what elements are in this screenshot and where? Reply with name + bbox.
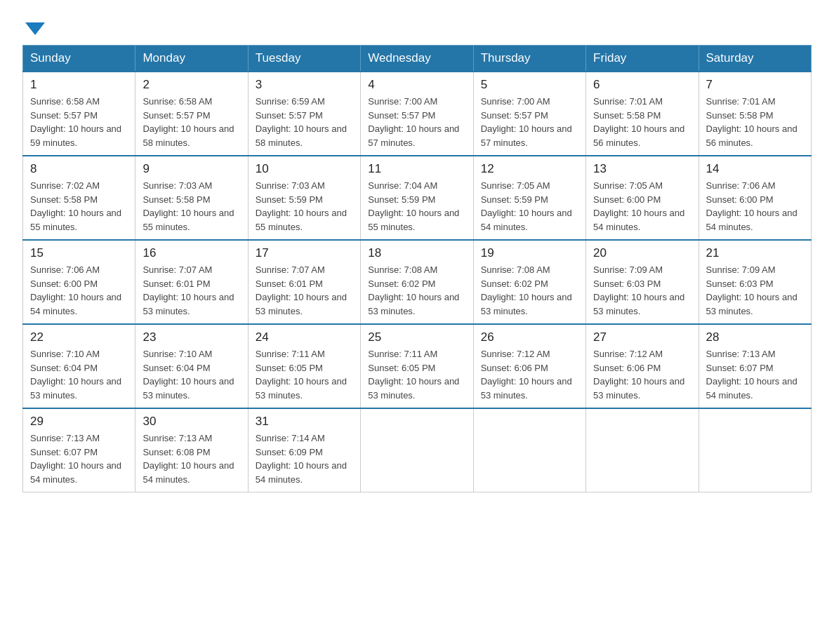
day-info: Sunrise: 7:02 AMSunset: 5:58 PMDaylight:… — [30, 180, 121, 232]
calendar-cell: 1 Sunrise: 6:58 AMSunset: 5:57 PMDayligh… — [23, 72, 135, 156]
day-number: 3 — [256, 78, 353, 92]
week-row-5: 29 Sunrise: 7:13 AMSunset: 6:07 PMDaylig… — [23, 408, 812, 492]
day-number: 17 — [256, 246, 353, 260]
calendar-cell: 15 Sunrise: 7:06 AMSunset: 6:00 PMDaylig… — [23, 240, 135, 324]
day-number: 30 — [143, 415, 240, 429]
day-info: Sunrise: 7:12 AMSunset: 6:06 PMDaylight:… — [593, 349, 684, 401]
calendar-cell: 17 Sunrise: 7:07 AMSunset: 6:01 PMDaylig… — [248, 240, 360, 324]
day-info: Sunrise: 7:12 AMSunset: 6:06 PMDaylight:… — [481, 349, 572, 401]
calendar-header-row: SundayMondayTuesdayWednesdayThursdayFrid… — [23, 46, 812, 72]
day-info: Sunrise: 7:11 AMSunset: 6:05 PMDaylight:… — [256, 349, 347, 401]
col-header-friday: Friday — [586, 46, 699, 72]
day-info: Sunrise: 7:03 AMSunset: 5:58 PMDaylight:… — [143, 180, 234, 232]
day-number: 19 — [481, 246, 578, 260]
day-info: Sunrise: 7:08 AMSunset: 6:02 PMDaylight:… — [481, 264, 572, 316]
calendar-cell: 24 Sunrise: 7:11 AMSunset: 6:05 PMDaylig… — [248, 324, 360, 408]
col-header-monday: Monday — [135, 46, 248, 72]
calendar-cell — [586, 408, 699, 492]
day-info: Sunrise: 7:07 AMSunset: 6:01 PMDaylight:… — [256, 264, 347, 316]
day-number: 6 — [593, 78, 691, 92]
day-number: 1 — [30, 78, 128, 92]
day-info: Sunrise: 7:01 AMSunset: 5:58 PMDaylight:… — [706, 96, 797, 148]
day-number: 8 — [30, 162, 128, 176]
day-info: Sunrise: 7:08 AMSunset: 6:02 PMDaylight:… — [368, 264, 459, 316]
day-info: Sunrise: 6:59 AMSunset: 5:57 PMDaylight:… — [256, 96, 347, 148]
day-number: 5 — [481, 78, 578, 92]
calendar-cell: 28 Sunrise: 7:13 AMSunset: 6:07 PMDaylig… — [699, 324, 811, 408]
calendar-cell: 7 Sunrise: 7:01 AMSunset: 5:58 PMDayligh… — [699, 72, 811, 156]
week-row-4: 22 Sunrise: 7:10 AMSunset: 6:04 PMDaylig… — [23, 324, 812, 408]
col-header-tuesday: Tuesday — [248, 46, 360, 72]
day-info: Sunrise: 7:03 AMSunset: 5:59 PMDaylight:… — [256, 180, 347, 232]
day-number: 7 — [706, 78, 804, 92]
calendar-cell: 23 Sunrise: 7:10 AMSunset: 6:04 PMDaylig… — [135, 324, 248, 408]
calendar-cell: 19 Sunrise: 7:08 AMSunset: 6:02 PMDaylig… — [473, 240, 585, 324]
day-number: 20 — [593, 246, 691, 260]
day-info: Sunrise: 6:58 AMSunset: 5:57 PMDaylight:… — [30, 96, 121, 148]
calendar-cell: 3 Sunrise: 6:59 AMSunset: 5:57 PMDayligh… — [248, 72, 360, 156]
day-number: 2 — [143, 78, 240, 92]
day-info: Sunrise: 7:10 AMSunset: 6:04 PMDaylight:… — [143, 349, 234, 401]
calendar-cell: 18 Sunrise: 7:08 AMSunset: 6:02 PMDaylig… — [361, 240, 473, 324]
day-info: Sunrise: 7:05 AMSunset: 6:00 PMDaylight:… — [593, 180, 684, 232]
day-number: 28 — [706, 330, 804, 344]
calendar-cell: 9 Sunrise: 7:03 AMSunset: 5:58 PMDayligh… — [135, 156, 248, 240]
day-info: Sunrise: 7:06 AMSunset: 6:00 PMDaylight:… — [706, 180, 797, 232]
col-header-sunday: Sunday — [23, 46, 135, 72]
day-info: Sunrise: 7:14 AMSunset: 6:09 PMDaylight:… — [256, 433, 347, 485]
col-header-saturday: Saturday — [699, 46, 811, 72]
day-info: Sunrise: 7:06 AMSunset: 6:00 PMDaylight:… — [30, 264, 121, 316]
calendar-cell — [473, 408, 585, 492]
calendar-cell: 11 Sunrise: 7:04 AMSunset: 5:59 PMDaylig… — [361, 156, 473, 240]
day-info: Sunrise: 7:09 AMSunset: 6:03 PMDaylight:… — [593, 264, 684, 316]
calendar-cell: 4 Sunrise: 7:00 AMSunset: 5:57 PMDayligh… — [361, 72, 473, 156]
week-row-1: 1 Sunrise: 6:58 AMSunset: 5:57 PMDayligh… — [23, 72, 812, 156]
day-info: Sunrise: 7:05 AMSunset: 5:59 PMDaylight:… — [481, 180, 572, 232]
day-info: Sunrise: 7:13 AMSunset: 6:07 PMDaylight:… — [30, 433, 121, 485]
week-row-3: 15 Sunrise: 7:06 AMSunset: 6:00 PMDaylig… — [23, 240, 812, 324]
day-info: Sunrise: 7:04 AMSunset: 5:59 PMDaylight:… — [368, 180, 459, 232]
calendar-cell: 29 Sunrise: 7:13 AMSunset: 6:07 PMDaylig… — [23, 408, 135, 492]
calendar-cell: 26 Sunrise: 7:12 AMSunset: 6:06 PMDaylig… — [473, 324, 585, 408]
day-info: Sunrise: 7:13 AMSunset: 6:08 PMDaylight:… — [143, 433, 234, 485]
col-header-thursday: Thursday — [473, 46, 585, 72]
calendar-cell: 22 Sunrise: 7:10 AMSunset: 6:04 PMDaylig… — [23, 324, 135, 408]
calendar-cell: 30 Sunrise: 7:13 AMSunset: 6:08 PMDaylig… — [135, 408, 248, 492]
logo-triangle-icon — [25, 22, 45, 35]
day-info: Sunrise: 6:58 AMSunset: 5:57 PMDaylight:… — [143, 96, 234, 148]
week-row-2: 8 Sunrise: 7:02 AMSunset: 5:58 PMDayligh… — [23, 156, 812, 240]
day-number: 14 — [706, 162, 804, 176]
day-number: 21 — [706, 246, 804, 260]
calendar-cell: 16 Sunrise: 7:07 AMSunset: 6:01 PMDaylig… — [135, 240, 248, 324]
day-number: 10 — [256, 162, 353, 176]
day-number: 23 — [143, 330, 240, 344]
col-header-wednesday: Wednesday — [361, 46, 473, 72]
day-info: Sunrise: 7:10 AMSunset: 6:04 PMDaylight:… — [30, 349, 121, 401]
day-number: 29 — [30, 415, 128, 429]
logo — [22, 22, 45, 36]
day-number: 27 — [593, 330, 691, 344]
day-number: 22 — [30, 330, 128, 344]
day-info: Sunrise: 7:11 AMSunset: 6:05 PMDaylight:… — [368, 349, 459, 401]
day-number: 15 — [30, 246, 128, 260]
calendar-cell: 13 Sunrise: 7:05 AMSunset: 6:00 PMDaylig… — [586, 156, 699, 240]
calendar-cell: 8 Sunrise: 7:02 AMSunset: 5:58 PMDayligh… — [23, 156, 135, 240]
calendar-cell: 21 Sunrise: 7:09 AMSunset: 6:03 PMDaylig… — [699, 240, 811, 324]
day-info: Sunrise: 7:09 AMSunset: 6:03 PMDaylight:… — [706, 264, 797, 316]
day-info: Sunrise: 7:13 AMSunset: 6:07 PMDaylight:… — [706, 349, 797, 401]
calendar: SundayMondayTuesdayWednesdayThursdayFrid… — [22, 45, 812, 492]
calendar-cell: 14 Sunrise: 7:06 AMSunset: 6:00 PMDaylig… — [699, 156, 811, 240]
day-number: 12 — [481, 162, 578, 176]
calendar-cell — [699, 408, 811, 492]
calendar-cell: 20 Sunrise: 7:09 AMSunset: 6:03 PMDaylig… — [586, 240, 699, 324]
calendar-cell: 27 Sunrise: 7:12 AMSunset: 6:06 PMDaylig… — [586, 324, 699, 408]
day-number: 18 — [368, 246, 465, 260]
day-number: 4 — [368, 78, 465, 92]
day-number: 13 — [593, 162, 691, 176]
day-info: Sunrise: 7:01 AMSunset: 5:58 PMDaylight:… — [593, 96, 684, 148]
calendar-cell: 6 Sunrise: 7:01 AMSunset: 5:58 PMDayligh… — [586, 72, 699, 156]
day-number: 9 — [143, 162, 240, 176]
day-number: 16 — [143, 246, 240, 260]
day-number: 11 — [368, 162, 465, 176]
calendar-cell: 2 Sunrise: 6:58 AMSunset: 5:57 PMDayligh… — [135, 72, 248, 156]
